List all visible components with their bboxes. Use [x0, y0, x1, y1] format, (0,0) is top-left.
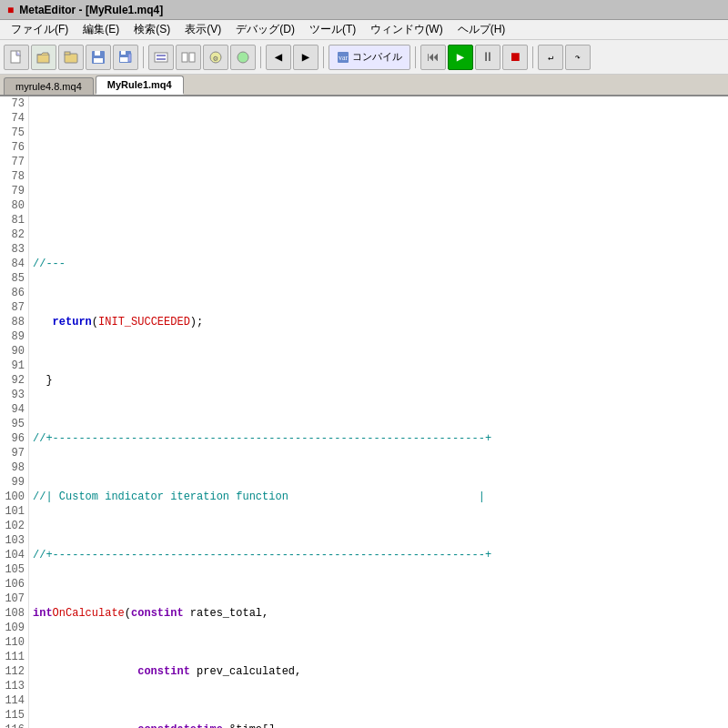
svg-rect-15 [189, 53, 195, 62]
view1-button[interactable] [148, 45, 174, 70]
svg-rect-6 [94, 58, 103, 63]
svg-rect-5 [95, 51, 100, 56]
title-bar: ■ MetaEditor - [MyRule1.mq4] [0, 0, 728, 20]
forward-button[interactable]: ▶ [293, 45, 318, 70]
new-file-button[interactable] [4, 45, 29, 70]
wizard2-button[interactable] [230, 45, 256, 70]
title-text: MetaEditor - [MyRule1.mq4] [19, 4, 163, 16]
svg-rect-10 [128, 54, 131, 62]
tab-myrule1[interactable]: MyRule1.mq4 [96, 76, 184, 95]
menu-debug[interactable]: デバッグ(D) [228, 20, 302, 39]
code-line-75: //--- [33, 257, 724, 271]
menu-search[interactable]: 検索(S) [126, 20, 177, 39]
separator-2 [260, 46, 261, 68]
stop-button[interactable]: ⏹ [502, 45, 528, 70]
line-numbers: 73 74 75 76 77 78 79 80 81 82 83 84 85 8… [0, 96, 29, 728]
step-back-button[interactable]: ⏮ [420, 45, 446, 70]
tab-myrule48[interactable]: myrule4.8.mq4 [4, 77, 94, 95]
menu-view[interactable]: 表示(V) [177, 20, 228, 39]
open-button[interactable] [31, 45, 56, 70]
menu-file[interactable]: ファイル(F) [4, 20, 76, 39]
wizard-button[interactable]: ⚙ [203, 45, 228, 70]
svg-rect-14 [182, 53, 187, 62]
code-line-76: return(INIT_SUCCEEDED); [33, 315, 724, 329]
view2-button[interactable] [176, 45, 201, 70]
back-button[interactable]: ◀ [266, 45, 291, 70]
code-content[interactable]: //--- return(INIT_SUCCEEDED); } //+-----… [29, 96, 728, 728]
code-line-81: int OnCalculate(const int rates_total, [33, 606, 724, 621]
svg-text:var: var [339, 54, 349, 62]
run-button[interactable]: ▶ [448, 45, 473, 70]
save-all-button[interactable] [113, 45, 138, 70]
code-line-83: const datetime &time[], [33, 723, 724, 728]
svg-rect-0 [11, 51, 20, 63]
step-in-button[interactable]: ↵ [538, 45, 563, 70]
menu-edit[interactable]: 編集(E) [76, 20, 126, 39]
code-line-79: //| Custom indicator iteration function … [33, 490, 724, 504]
step-over-button[interactable]: ↷ [565, 45, 591, 70]
tab-bar: myrule4.8.mq4 MyRule1.mq4 [0, 75, 728, 96]
svg-rect-12 [157, 55, 166, 56]
code-line-82: const int prev_calculated, [33, 664, 724, 679]
svg-point-18 [238, 52, 248, 63]
svg-rect-9 [120, 57, 128, 62]
code-line-74 [33, 198, 724, 213]
svg-rect-13 [157, 58, 166, 60]
svg-rect-1 [37, 55, 49, 63]
code-line-78: //+-------------------------------------… [33, 431, 724, 446]
svg-rect-8 [121, 51, 126, 55]
svg-text:⚙: ⚙ [212, 55, 218, 64]
title-icon: ■ [7, 4, 14, 16]
separator-4 [415, 46, 416, 68]
open-folder-button[interactable] [58, 45, 84, 70]
separator-5 [532, 46, 533, 68]
compile-label: コンパイル [352, 50, 402, 64]
save-button[interactable] [86, 45, 111, 70]
code-line-80: //+-------------------------------------… [33, 548, 724, 562]
compile-button[interactable]: var コンパイル [329, 45, 410, 70]
code-line-73 [33, 140, 724, 155]
code-line-77: } [33, 373, 724, 388]
separator-3 [323, 46, 324, 68]
toolbar: ⚙ ◀ ▶ var コンパイル ⏮ ▶ ⏸ ⏹ ↵ ↷ [0, 40, 728, 75]
menu-help[interactable]: ヘルプ(H) [450, 20, 513, 39]
menu-bar: ファイル(F) 編集(E) 検索(S) 表示(V) デバッグ(D) ツール(T)… [0, 20, 728, 40]
pause-button[interactable]: ⏸ [475, 45, 500, 70]
svg-rect-11 [155, 53, 167, 62]
menu-window[interactable]: ウィンドウ(W) [363, 20, 450, 39]
menu-tools[interactable]: ツール(T) [302, 20, 363, 39]
svg-rect-3 [65, 52, 70, 55]
separator-1 [143, 46, 144, 68]
editor: 73 74 75 76 77 78 79 80 81 82 83 84 85 8… [0, 96, 728, 728]
